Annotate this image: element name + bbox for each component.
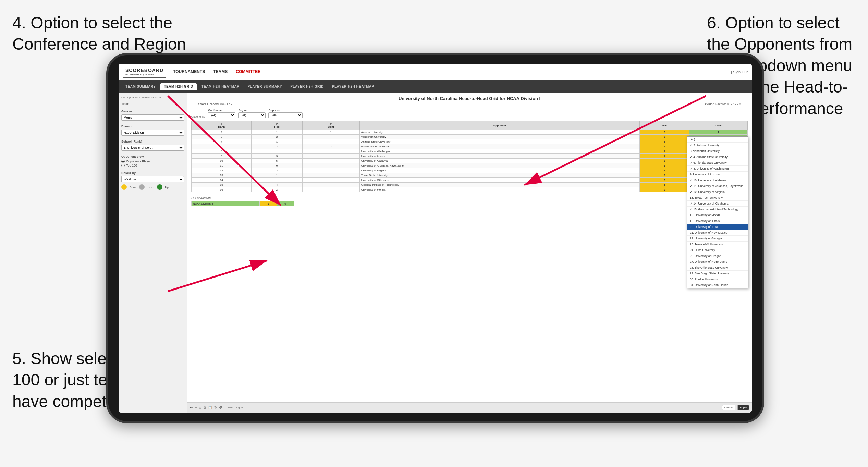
annotation-1: 4. Option to select the Conference and R…	[12, 12, 191, 55]
cell-conf	[302, 135, 359, 139]
dropdown-item[interactable]: ✓ 6. Florida State University	[687, 160, 748, 166]
opponent-dropdown[interactable]: (All)✓ 2. Auburn University3. Vanderbilt…	[687, 136, 748, 288]
cell-opponent: University of Oklahoma	[359, 178, 639, 183]
table-row: 2 1 1 Auburn University 2 1	[192, 130, 748, 135]
sidebar-team-section: Team	[121, 102, 184, 106]
dropdown-item[interactable]: 9. University of Arizona	[687, 172, 748, 177]
home-icon[interactable]: ⌂	[199, 406, 201, 409]
dropdown-item[interactable]: 28. The Ohio State University	[687, 265, 748, 271]
dropdown-item[interactable]: 23. Texas A&M University	[687, 242, 748, 247]
dropdown-item[interactable]: ✓ 11. University of Arkansas, Fayettevil…	[687, 183, 748, 189]
dropdown-item[interactable]: 22. University of Georgia	[687, 236, 748, 242]
division-label: Division	[121, 125, 184, 128]
dropdown-item[interactable]: (All)	[687, 137, 748, 143]
logo: SCOREBOARD Powered by Excel	[123, 66, 166, 78]
cell-rank: 9	[192, 154, 252, 159]
cell-win: 4	[640, 144, 689, 149]
cell-rank: 14	[192, 178, 252, 183]
col-conf: #Conf	[302, 121, 359, 130]
nav-teams[interactable]: TEAMS	[213, 69, 228, 75]
region-select[interactable]: (All)	[238, 112, 266, 118]
subnav-team-h2h-grid[interactable]: TEAM H2H GRID	[160, 83, 196, 90]
dropdown-item[interactable]: 20. University of Texas	[687, 224, 748, 230]
opponents-filter-group: Opponents:	[191, 115, 205, 118]
redo-icon[interactable]: ↪	[195, 406, 197, 409]
dropdown-item[interactable]: 31. University of North Florida	[687, 282, 748, 288]
subnav-team-summary[interactable]: TEAM SUMMARY	[122, 83, 159, 90]
dropdown-item[interactable]: 29. San Diego State University	[687, 271, 748, 276]
dropdown-item[interactable]: 25. University of Oregon	[687, 253, 748, 259]
sidebar-colour-section: Colour by Win/Loss Down Level Up	[121, 171, 184, 190]
copy-icon[interactable]: ⧉	[204, 406, 206, 410]
cell-win: 2	[640, 178, 689, 183]
cell-conf	[302, 159, 359, 163]
dropdown-item[interactable]: ✓ 10. University of Alabama	[687, 177, 748, 183]
radio-top100[interactable]: Top 100	[121, 164, 184, 167]
cell-opponent: University of Arizona	[359, 154, 639, 159]
paste-icon[interactable]: 📋	[208, 406, 212, 409]
conference-select[interactable]: (All)	[208, 112, 235, 118]
dropdown-item[interactable]: 27. University of Notre Dame	[687, 259, 748, 265]
dropdown-item[interactable]: 13. Texas Tech University	[687, 195, 748, 201]
tablet-screen: SCOREBOARD Powered by Excel TOURNAMENTS …	[119, 64, 752, 413]
division-select[interactable]: NCAA Division I	[121, 130, 184, 136]
colour-select[interactable]: Win/Loss	[121, 176, 184, 182]
cell-conf	[302, 163, 359, 168]
cell-reg: 1	[252, 173, 302, 178]
dropdown-item[interactable]: ✓ 2. Auburn University	[687, 143, 748, 148]
subnav-player-h2h-grid[interactable]: PLAYER H2H GRID	[287, 83, 327, 90]
overall-record: Overall Record: 89 - 17 - 0	[198, 102, 234, 106]
sidebar-gender-section: Gender Men's	[121, 110, 184, 121]
table-row: 8 University of Washington 1 0	[192, 149, 748, 154]
data-table: #Rank #Reg #Conf Opponent Win Loss 2 1 1…	[191, 121, 748, 192]
school-select[interactable]: 1. University of Nort...	[121, 145, 184, 151]
subnav-player-summary[interactable]: PLAYER SUMMARY	[244, 83, 285, 90]
nav-signout[interactable]: | Sign Out	[731, 70, 748, 74]
opponent-select[interactable]: (All)	[268, 112, 303, 118]
cell-rank: 2	[192, 130, 252, 135]
undo-icon[interactable]: ↩	[190, 406, 193, 409]
cell-rank: 4	[192, 139, 252, 144]
table-row: 3 2 Vanderbilt University 0 4	[192, 135, 748, 139]
dropdown-item[interactable]: 21. University of New Mexico	[687, 230, 748, 236]
division-loss: 0	[277, 201, 294, 206]
col-rank: #Rank	[192, 121, 252, 130]
subnav-player-h2h-heatmap[interactable]: PLAYER H2H HEATMAP	[329, 83, 378, 90]
cell-rank: 16	[192, 187, 252, 192]
radio-opponents-played[interactable]: Opponents Played	[121, 160, 184, 163]
dropdown-item[interactable]: 3. Vanderbilt University	[687, 148, 748, 154]
sidebar: Last Updated: 4/7/2024 16:55:38 Team Gen…	[119, 93, 187, 413]
gender-select[interactable]: Men's	[121, 114, 184, 121]
dropdown-item[interactable]: 16. University of Florida	[687, 212, 748, 218]
subnav-team-h2h-heatmap[interactable]: TEAM H2H HEATMAP	[198, 83, 243, 90]
dropdown-item[interactable]: ✓ 4. Arizona State University	[687, 154, 748, 160]
cell-win: 0	[640, 135, 689, 139]
view-label: View: Original	[227, 406, 244, 409]
cell-reg: 1	[252, 139, 302, 144]
cell-conf	[302, 154, 359, 159]
cell-reg: 5	[252, 159, 302, 163]
nav-committee[interactable]: COMMITTEE	[236, 69, 260, 75]
dropdown-item[interactable]: 30. Purdue University	[687, 276, 748, 282]
cell-opponent: Texas Tech University	[359, 173, 639, 178]
records-row: Overall Record: 89 - 17 - 0 Division Rec…	[191, 102, 748, 106]
cancel-button[interactable]: Cancel	[722, 405, 735, 410]
dropdown-item[interactable]: ✓ 8. University of Washington	[687, 166, 748, 172]
refresh-icon[interactable]: ↻	[214, 406, 217, 409]
cell-reg: 2	[252, 135, 302, 139]
dropdown-item[interactable]: ✓ 14. University of Oklahoma	[687, 201, 748, 207]
nav-tournaments[interactable]: TOURNAMENTS	[173, 69, 205, 75]
top-nav: SCOREBOARD Powered by Excel TOURNAMENTS …	[119, 64, 752, 80]
clock-icon[interactable]: ⏱	[219, 406, 222, 409]
dropdown-item[interactable]: 24. Duke University	[687, 247, 748, 253]
cell-opponent: University of Virginia	[359, 168, 639, 173]
cell-opponent: University of Arkansas, Fayetteville	[359, 163, 639, 168]
cell-opponent: University of Florida	[359, 187, 639, 192]
cell-win: 1	[640, 154, 689, 159]
content-area: University of North Carolina Head-to-Hea…	[187, 93, 752, 413]
dropdown-item[interactable]: ✓ 12. University of Virginia	[687, 189, 748, 195]
cell-reg	[252, 178, 302, 183]
dropdown-item[interactable]: 18. University of Illinois	[687, 218, 748, 224]
dropdown-item[interactable]: ✓ 15. Georgia Institute of Technology	[687, 207, 748, 212]
apply-button[interactable]: Apply	[737, 405, 749, 410]
